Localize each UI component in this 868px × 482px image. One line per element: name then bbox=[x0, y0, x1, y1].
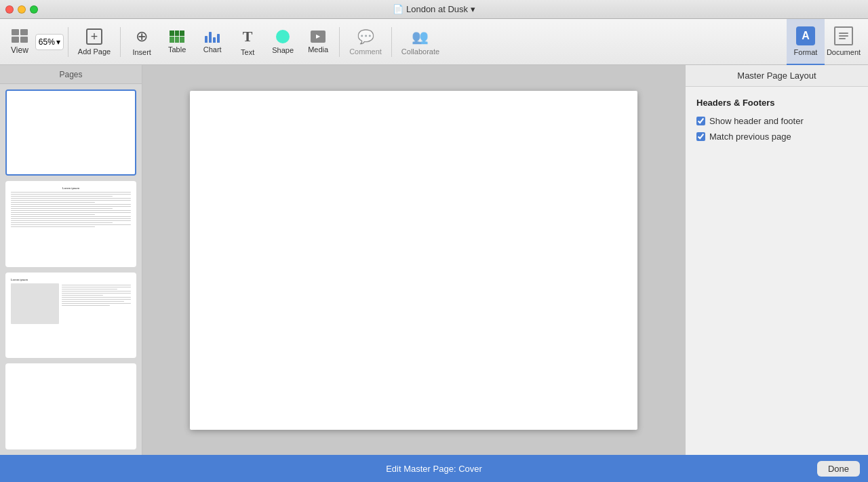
separator bbox=[339, 27, 340, 57]
table-button[interactable]: Table bbox=[160, 23, 194, 61]
collaborate-label: Collaborate bbox=[401, 47, 439, 56]
sidebar-content: Cover Lorem ipsum bbox=[0, 84, 142, 455]
toolbar-group-left: View 65% ▾ + Add Page ⊕ Insert bbox=[5, 23, 445, 61]
bottom-bar: Edit Master Page: Cover Done bbox=[0, 455, 868, 482]
separator bbox=[68, 27, 68, 57]
format-icon bbox=[796, 26, 815, 45]
close-button[interactable] bbox=[5, 5, 14, 14]
document-icon: 📄 bbox=[393, 4, 403, 14]
show-header-footer-row[interactable]: Show header and footer bbox=[696, 116, 857, 126]
document-label: Document bbox=[827, 48, 861, 56]
text-icon: T bbox=[243, 28, 253, 45]
window-controls bbox=[5, 5, 38, 14]
insert-label: Insert bbox=[132, 48, 151, 56]
add-page-icon: + bbox=[86, 28, 102, 45]
right-panel-content: Headers & Footers Show header and footer… bbox=[686, 87, 868, 158]
insert-icon: ⊕ bbox=[136, 28, 148, 45]
right-panel-header: Master Page Layout bbox=[686, 65, 868, 87]
comment-label: Comment bbox=[349, 47, 382, 56]
zoom-arrow: ▾ bbox=[56, 37, 60, 47]
right-panel: Master Page Layout Headers & Footers Sho… bbox=[685, 65, 868, 455]
add-page-button[interactable]: + Add Page bbox=[73, 23, 116, 61]
table-label: Table bbox=[168, 45, 186, 54]
main-area: Pages Cover Lorem ipsum bbox=[0, 65, 868, 455]
media-icon bbox=[311, 31, 326, 43]
page-thumb-text[interactable]: Lorem ipsum bbox=[5, 181, 136, 267]
cover-thumbnail bbox=[7, 91, 135, 176]
page-thumb-cover[interactable]: Cover bbox=[5, 89, 136, 176]
done-button[interactable]: Done bbox=[817, 461, 860, 477]
minimize-button[interactable] bbox=[18, 5, 26, 14]
chart-label: Chart bbox=[203, 45, 222, 54]
media-button[interactable]: Media bbox=[301, 23, 335, 61]
view-button[interactable]: View bbox=[5, 23, 34, 61]
comment-button[interactable]: 💬 Comment bbox=[344, 23, 387, 61]
headers-footers-title: Headers & Footers bbox=[696, 98, 857, 108]
show-header-footer-label: Show header and footer bbox=[709, 116, 804, 126]
document-icon bbox=[834, 26, 853, 45]
show-header-footer-checkbox[interactable] bbox=[696, 117, 705, 125]
sidebar: Pages Cover Lorem ipsum bbox=[0, 65, 142, 455]
maximize-button[interactable] bbox=[30, 5, 38, 14]
toolbar: View 65% ▾ + Add Page ⊕ Insert bbox=[0, 19, 868, 65]
window-title: 📄 London at Dusk ▾ bbox=[393, 4, 475, 14]
view-icon-cell bbox=[12, 37, 19, 43]
insert-button[interactable]: ⊕ Insert bbox=[125, 23, 159, 61]
document-button[interactable]: Document bbox=[825, 19, 863, 65]
chevron-icon[interactable]: ▾ bbox=[471, 4, 475, 14]
separator bbox=[391, 27, 392, 57]
sidebar-header: Pages bbox=[0, 65, 142, 84]
text-label: Text bbox=[241, 48, 254, 56]
format-label: Format bbox=[794, 48, 818, 56]
chart-icon bbox=[205, 31, 220, 43]
chart-button[interactable]: Chart bbox=[195, 23, 229, 61]
shape-button[interactable]: Shape bbox=[266, 23, 300, 61]
match-previous-label: Match previous page bbox=[709, 132, 791, 142]
separator bbox=[120, 27, 121, 57]
title-text: London at Dusk bbox=[406, 4, 468, 14]
table-icon bbox=[170, 31, 184, 43]
text-thumbnail: Lorem ipsum bbox=[7, 182, 135, 267]
match-previous-row[interactable]: Match previous page bbox=[696, 132, 857, 142]
format-button[interactable]: Format bbox=[787, 19, 825, 65]
canvas-area bbox=[142, 65, 685, 455]
two-col-thumbnail: Lorem ipsum bbox=[7, 274, 135, 359]
zoom-control[interactable]: 65% ▾ bbox=[35, 34, 64, 50]
view-label: View bbox=[11, 45, 28, 55]
view-icon-cell bbox=[12, 29, 19, 35]
zoom-value: 65% bbox=[39, 37, 55, 47]
edit-master-page-label: Edit Master Page: Cover bbox=[386, 464, 482, 474]
title-bar: 📄 London at Dusk ▾ bbox=[0, 0, 868, 19]
shape-icon bbox=[276, 30, 290, 43]
page-thumb-blank[interactable]: Blank bbox=[5, 363, 136, 449]
right-toolbar: Format Document bbox=[787, 19, 863, 65]
match-previous-checkbox[interactable] bbox=[696, 132, 705, 141]
page-canvas bbox=[190, 91, 637, 430]
comment-icon: 💬 bbox=[357, 28, 374, 45]
view-icon-cell bbox=[20, 37, 28, 43]
right-panel-title: Master Page Layout bbox=[737, 71, 816, 81]
collaborate-icon: 👥 bbox=[412, 28, 429, 45]
text-button[interactable]: T Text bbox=[231, 23, 264, 61]
add-page-label: Add Page bbox=[78, 47, 111, 56]
view-icon bbox=[12, 29, 28, 43]
shape-label: Shape bbox=[272, 46, 294, 54]
collaborate-button[interactable]: 👥 Collaborate bbox=[396, 23, 445, 61]
media-label: Media bbox=[308, 45, 328, 54]
sidebar-header-label: Pages bbox=[59, 70, 82, 79]
view-icon-cell bbox=[20, 29, 28, 35]
page-thumb-two-col[interactable]: Lorem ipsum bbox=[5, 273, 136, 359]
blank-thumbnail bbox=[7, 365, 135, 449]
